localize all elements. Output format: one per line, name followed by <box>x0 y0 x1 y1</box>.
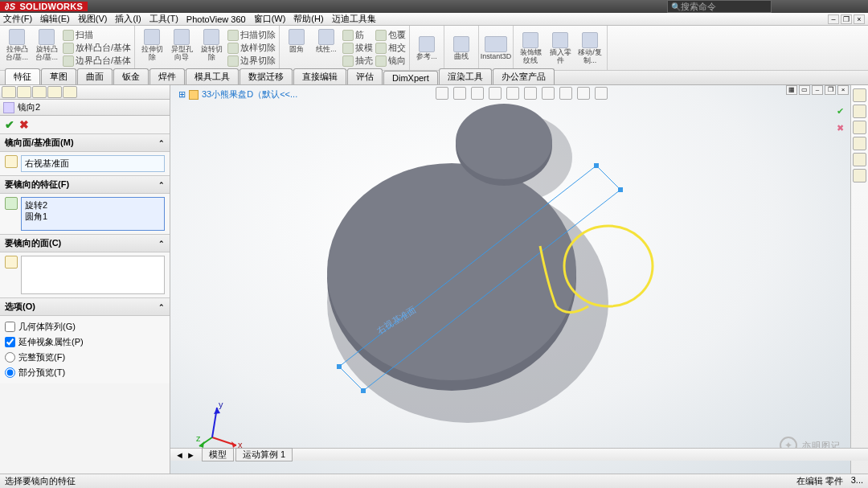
loft-cut-button[interactable]: 放样切除 <box>227 42 276 54</box>
status-prompt: 选择要镜向的特征 <box>5 475 76 487</box>
pm-title-row: 镜向2 <box>0 100 170 116</box>
tab-dimxpert[interactable]: DimXpert <box>383 71 438 84</box>
pm-section-options[interactable]: 选项(O)⌃ <box>0 298 170 316</box>
instant3d-button[interactable]: Instant3D <box>482 36 510 60</box>
menu-window[interactable]: 窗口(W) <box>254 13 286 25</box>
mirror-feature-icon <box>3 102 14 113</box>
menu-maidi[interactable]: 迈迪工具集 <box>332 13 376 25</box>
status-bar: 选择要镜向的特征 在编辑 零件 3... <box>0 474 868 488</box>
tab-motion-study[interactable]: 运动算例 1 <box>235 448 293 461</box>
list-item[interactable]: 旋转2 <box>25 199 161 211</box>
rib-button[interactable]: 筋 <box>342 29 373 41</box>
hole-wizard-button[interactable]: 异型孔向导 <box>168 29 195 67</box>
manager-tab-row <box>0 85 170 100</box>
revolve-cut-button[interactable]: 旋转切除 <box>198 29 225 67</box>
pm-section-mirror-plane[interactable]: 镜向面/基准面(M)⌃ <box>0 134 170 152</box>
boundary-cut-button[interactable]: 边界切除 <box>227 55 276 67</box>
mirror-plane-field[interactable]: 右视基准面 <box>21 155 165 172</box>
svg-point-3 <box>327 163 576 380</box>
svg-rect-7 <box>337 364 342 369</box>
doc-restore-icon[interactable]: ❐ <box>841 14 852 24</box>
view-triad[interactable]: x z y <box>196 401 244 449</box>
menu-file[interactable]: 文件(F) <box>3 13 32 25</box>
wrap-button[interactable]: 包覆 <box>375 29 406 41</box>
partial-preview-radio[interactable]: 部分预览(T) <box>5 365 165 380</box>
revolve-boss-button[interactable]: 旋转凸台/基... <box>33 29 60 67</box>
tab-datamigration[interactable]: 数据迁移 <box>240 68 293 84</box>
tab-office[interactable]: 办公室产品 <box>493 68 555 84</box>
full-preview-radio[interactable]: 完整预览(F) <box>5 350 165 365</box>
pm-section-faces-to-mirror[interactable]: 要镜向的面(C)⌃ <box>0 235 170 252</box>
intersect-button[interactable]: 相交 <box>375 42 406 54</box>
tab-features[interactable]: 特征 <box>5 68 40 84</box>
tab-moldtools[interactable]: 模具工具 <box>186 68 239 84</box>
tab-render[interactable]: 渲染工具 <box>439 68 492 84</box>
insert-part-button[interactable]: 插入零件 <box>547 32 574 64</box>
tab-model[interactable]: 模型 <box>202 448 234 461</box>
tab-sketch[interactable]: 草图 <box>41 68 76 84</box>
tab-evaluate[interactable]: 评估 <box>347 68 383 84</box>
mirror-button[interactable]: 镜向 <box>375 55 406 67</box>
linear-pattern-button[interactable]: 线性... <box>313 29 340 67</box>
doc-min-icon[interactable]: – <box>828 14 839 24</box>
design-library-icon[interactable] <box>853 105 866 118</box>
menu-view[interactable]: 视图(V) <box>78 13 108 25</box>
search-command-input[interactable]: 🔍 搜索命令 <box>667 0 772 13</box>
graphics-viewport[interactable]: ⊞ 33小熊果盘D（默认<<... ▦ ▭ – ❐ × <box>170 85 868 474</box>
pm-cancel-button[interactable]: ✖ <box>19 118 29 131</box>
app-logo: ∂S SOLIDWORKS <box>0 2 88 11</box>
loft-button[interactable]: 放样凸台/基体 <box>63 42 131 54</box>
dimxpert-manager-tab-icon[interactable] <box>47 86 62 98</box>
menu-help[interactable]: 帮助(H) <box>293 13 323 25</box>
feature-manager-tab-icon[interactable] <box>2 86 16 98</box>
property-manager-tab-icon[interactable] <box>17 86 31 98</box>
features-to-mirror-list[interactable]: 旋转2 圆角1 <box>21 197 165 231</box>
menu-tools[interactable]: 工具(T) <box>149 13 178 25</box>
config-manager-tab-icon[interactable] <box>32 86 47 98</box>
cosmetic-thread-button[interactable]: 装饰螺纹线 <box>517 32 544 64</box>
svg-rect-9 <box>618 187 623 192</box>
reference-geom-button[interactable]: 参考... <box>413 36 440 60</box>
custom-props-icon[interactable] <box>853 169 866 182</box>
appearances-icon[interactable] <box>853 153 866 166</box>
tab-surfaces[interactable]: 曲面 <box>77 68 113 84</box>
svg-text:y: y <box>219 401 223 409</box>
file-explorer-icon[interactable] <box>853 121 866 134</box>
extrude-boss-button[interactable]: 拉伸凸台/基... <box>3 29 31 67</box>
status-edit-mode: 在编辑 零件 <box>796 475 843 487</box>
status-misc: 3... <box>851 475 863 487</box>
menu-insert[interactable]: 插入(I) <box>115 13 141 25</box>
confirm-feature-icon[interactable]: ✔ <box>837 106 844 117</box>
display-manager-tab-icon[interactable] <box>63 86 77 98</box>
fillet-button[interactable]: 圆角 <box>283 29 310 67</box>
menu-bar: 文件(F) 编辑(E) 视图(V) 插入(I) 工具(T) PhotoView … <box>0 13 868 26</box>
faces-to-mirror-list[interactable] <box>21 256 165 294</box>
view-palette-icon[interactable] <box>853 137 866 150</box>
move-copy-button[interactable]: 移动/复制... <box>576 32 604 64</box>
draft-button[interactable]: 拔模 <box>342 42 373 54</box>
plane-select-icon <box>5 155 18 168</box>
sw-resources-icon[interactable] <box>853 88 866 102</box>
tab-directedit[interactable]: 直接编辑 <box>293 68 346 84</box>
extend-visual-checkbox[interactable]: 延伸视象属性(P) <box>5 334 165 350</box>
geom-pattern-checkbox[interactable]: 几何体阵列(G) <box>5 319 165 334</box>
pm-section-features-to-mirror[interactable]: 要镜向的特征(F)⌃ <box>0 176 170 194</box>
pm-ok-button[interactable]: ✔ <box>5 118 14 131</box>
tab-sheetmetal[interactable]: 钣金 <box>113 68 149 84</box>
boundary-button[interactable]: 边界凸台/基体 <box>63 55 131 67</box>
curves-button[interactable]: 曲线 <box>448 36 475 60</box>
tab-weldments[interactable]: 焊件 <box>149 68 185 84</box>
sweep-button[interactable]: 扫描 <box>63 29 131 41</box>
sweep-cut-button[interactable]: 扫描切除 <box>227 29 276 41</box>
cancel-feature-icon[interactable]: ✖ <box>837 123 844 133</box>
feature-select-icon <box>5 197 18 210</box>
shell-button[interactable]: 抽壳 <box>342 55 373 67</box>
svg-point-5 <box>456 104 552 179</box>
extrude-cut-button[interactable]: 拉伸切除 <box>138 29 166 67</box>
task-pane <box>850 85 868 474</box>
list-item[interactable]: 圆角1 <box>25 211 161 222</box>
menu-edit[interactable]: 编辑(E) <box>40 13 70 25</box>
menu-photoview[interactable]: PhotoView 360 <box>186 14 246 24</box>
svg-rect-10 <box>361 388 366 393</box>
doc-close-icon[interactable]: × <box>854 14 865 24</box>
